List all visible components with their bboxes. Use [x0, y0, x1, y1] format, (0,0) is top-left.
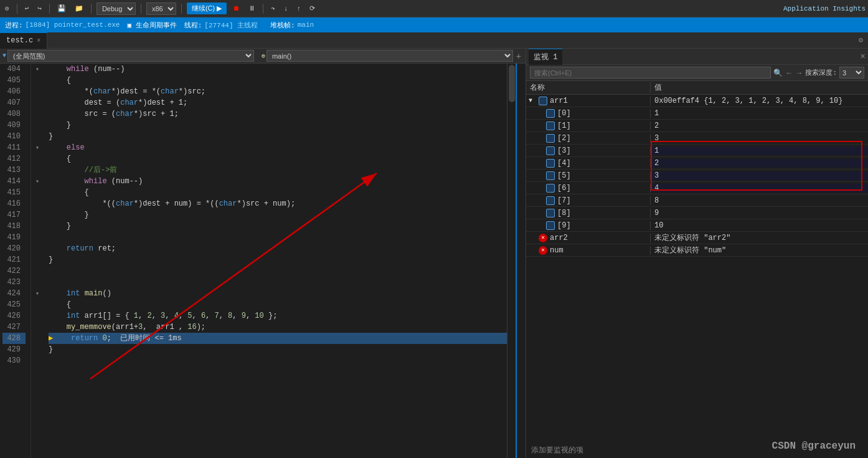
code-426-n6: 6 — [201, 310, 205, 322]
watch-tab-1[interactable]: 监视 1 — [529, 49, 562, 65]
search-icon-btn[interactable]: 🔍 — [773, 69, 783, 77]
code-427-fn: my_memmove — [67, 322, 111, 333]
watch-row-arr1-4[interactable]: [4] 2 — [526, 157, 868, 169]
function-dropdown[interactable]: main() — [267, 50, 513, 62]
watch-name-arr1-9-text: [9] — [557, 221, 571, 230]
nav-prev-btn[interactable]: ← — [785, 69, 793, 77]
code-421: } — [49, 254, 53, 265]
code-407-pre: dest = ( — [49, 97, 120, 108]
continue-button[interactable]: 继续(C) ▶ — [187, 2, 227, 14]
expand-arr1-4-icon — [536, 160, 544, 166]
lifecycle-item[interactable]: ▣ 生命周期事件 — [127, 21, 176, 30]
gutter-423 — [31, 277, 44, 288]
gutter-404[interactable]: ▾ — [31, 64, 44, 75]
step-into-icon[interactable]: ↓ — [281, 4, 291, 14]
debug-config-dropdown[interactable]: Debug — [97, 2, 136, 15]
gutter-424[interactable]: ▾ — [31, 288, 44, 299]
stack-value[interactable]: main — [298, 21, 314, 29]
expand-arr1-icon[interactable]: ▼ — [529, 97, 536, 104]
code-416-end: *)src + num); — [237, 198, 295, 209]
watch-name-arr2: ✕ arr2 — [526, 234, 651, 242]
gutter-405 — [31, 75, 44, 86]
code-426-n2: 2 — [147, 310, 151, 322]
tab-close-icon[interactable]: × — [37, 37, 40, 44]
code-424-int: int — [67, 288, 80, 299]
watch-value-arr1-0: 1 — [651, 109, 868, 118]
expand-arr1-9-icon — [536, 222, 544, 229]
code-407-type: char — [120, 97, 138, 108]
code-line-422 — [49, 265, 507, 277]
open-icon[interactable]: 📁 — [72, 3, 86, 14]
line-num-408: 408 — [2, 108, 26, 120]
code-426-n3: 3 — [161, 310, 165, 322]
line-numbers: 404 405 406 407 408 409 410 411 412 413 … — [0, 64, 31, 458]
code-line-419 — [49, 232, 507, 243]
scope-icon: ▼ — [2, 52, 6, 59]
thread-value[interactable]: [27744] 主线程 — [204, 21, 258, 30]
watch-row-arr1[interactable]: ▼ arr1 0x00effaf4 {1, 2, 3, 1, 2, 3, 4, … — [526, 95, 868, 107]
nav-next-btn[interactable]: → — [795, 69, 803, 77]
code-424-space — [80, 288, 84, 299]
watch-row-arr2[interactable]: ✕ arr2 未定义标识符 "arr2" — [526, 232, 868, 244]
watch-row-arr1-9[interactable]: [9] 10 — [526, 219, 868, 232]
arch-dropdown[interactable]: x86 — [146, 2, 176, 15]
watch-name-arr1-4: [4] — [526, 159, 651, 168]
step-out-icon[interactable]: ↑ — [294, 4, 303, 14]
main-toolbar: ⊙ ↩ ↪ 💾 📁 Debug x86 继续(C) ▶ ⏹ ⏸ ↷ ↓ ↑ ⟳ … — [0, 0, 868, 17]
code-426-n8: 8 — [228, 310, 232, 322]
line-num-421: 421 — [2, 254, 26, 265]
save-icon[interactable]: 💾 — [55, 3, 68, 14]
watch-row-arr1-7[interactable]: [7] 8 — [526, 194, 868, 207]
watch-close-icon[interactable]: × — [861, 52, 866, 62]
code-line-417: } — [49, 209, 507, 221]
watch-row-arr1-0[interactable]: [0] 1 — [526, 107, 868, 120]
watch-row-arr1-8[interactable]: [8] 9 — [526, 207, 868, 219]
add-watch-button[interactable]: + — [514, 51, 523, 61]
toolbar-menu-item[interactable]: ⊙ — [2, 3, 12, 14]
code-426-indent — [49, 310, 67, 322]
watch-row-arr1-6[interactable]: [6] 4 — [526, 182, 868, 194]
code-line-421: } — [49, 254, 507, 265]
watch-name-arr1-7-text: [7] — [557, 196, 571, 205]
depth-select[interactable]: 3 — [839, 67, 864, 79]
toolbar-right: Application Insights — [783, 5, 866, 12]
code-406-pre: *( — [49, 86, 93, 97]
gutter-422 — [31, 265, 44, 277]
restart-icon[interactable]: ⟳ — [307, 3, 318, 14]
code-411-pre — [49, 142, 67, 153]
process-value[interactable]: [1884] pointer_test.exe — [26, 21, 120, 29]
code-nav-bar: ▼ (全局范围) ⊕ main() + — [0, 49, 526, 64]
watch-row-arr1-5[interactable]: [5] 3 — [526, 169, 868, 182]
tab-test-c[interactable]: test.c × — [0, 32, 47, 49]
redo-icon[interactable]: ↪ — [35, 3, 44, 14]
watch-value-arr1-5: 3 — [651, 171, 868, 180]
code-lines-content[interactable]: while (num--) { *(char*)dest = *(char*)s… — [44, 64, 507, 458]
scope-dropdown[interactable]: (全局范围) — [7, 50, 254, 62]
watch-value-arr1-1: 2 — [651, 122, 868, 130]
step-over-icon[interactable]: ↷ — [268, 3, 278, 14]
tab-filename: test.c — [6, 36, 33, 45]
gutter-414[interactable]: ▾ — [31, 176, 44, 187]
code-line-425: { — [49, 299, 507, 310]
watch-row-arr1-1[interactable]: [1] 2 — [526, 120, 868, 132]
expand-num-icon — [529, 247, 536, 254]
vertical-scrollbar[interactable] — [507, 64, 516, 458]
stop-icon[interactable]: ⏹ — [230, 3, 242, 14]
line-num-429: 429 — [2, 344, 26, 355]
code-420-pre — [49, 243, 67, 254]
watch-search-input[interactable] — [530, 67, 771, 79]
gutter-411[interactable]: ▾ — [31, 142, 44, 153]
tab-settings-icon[interactable]: ⚙ — [854, 36, 868, 45]
watch-name-arr1-text: arr1 — [550, 97, 568, 105]
watch-name-arr1-3-text: [3] — [557, 146, 571, 155]
watch-row-arr1-3[interactable]: [3] 1 — [526, 145, 868, 157]
watch-row-arr1-2[interactable]: [2] 3 — [526, 132, 868, 145]
watch-col-name-header: 名称 — [526, 82, 651, 93]
undo-icon[interactable]: ↩ — [22, 3, 32, 14]
code-line-426: int arr1[] = { 1, 2, 3, 4, 5, 6, 7, 8, 9… — [49, 310, 507, 322]
code-line-415: { — [49, 187, 507, 198]
process-label: 进程: [1884] pointer_test.exe — [5, 21, 120, 30]
scroll-thumb[interactable] — [509, 65, 515, 102]
pause-icon[interactable]: ⏸ — [246, 3, 258, 14]
watch-row-num[interactable]: ✕ num 未定义标识符 "num" — [526, 244, 868, 257]
